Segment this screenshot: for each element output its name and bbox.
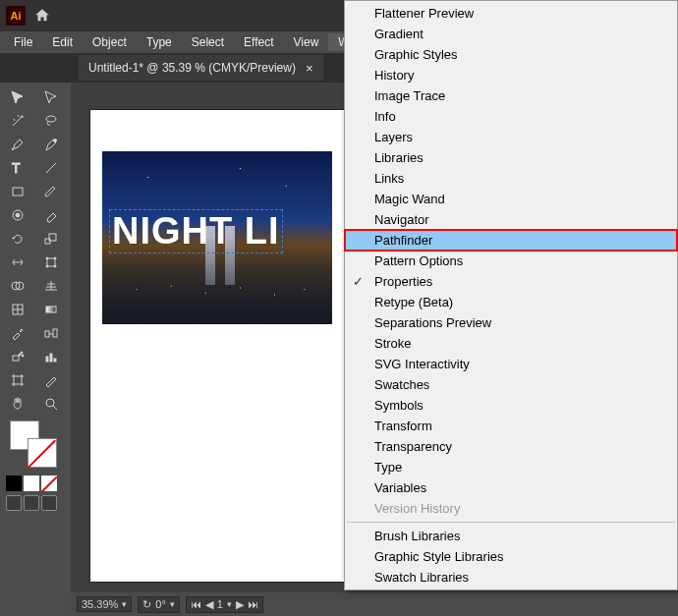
menu-item-navigator[interactable]: Navigator xyxy=(345,209,677,230)
swatch-black[interactable] xyxy=(6,476,22,491)
svg-line-3 xyxy=(46,163,56,173)
chevron-down-icon[interactable]: ▾ xyxy=(122,599,127,609)
menu-item-graphic-styles[interactable]: Graphic Styles xyxy=(345,44,677,65)
menu-item-gradient[interactable]: Gradient xyxy=(345,24,677,44)
direct-selection-tool-icon[interactable] xyxy=(35,86,67,108)
symbol-sprayer-tool-icon[interactable] xyxy=(2,346,33,367)
menu-item-flattener-preview[interactable]: Flattener Preview xyxy=(345,3,677,24)
menu-item-svg-interactivity[interactable]: SVG Interactivity xyxy=(345,354,677,374)
menu-edit[interactable]: Edit xyxy=(42,33,83,51)
menu-item-pathfinder[interactable]: Pathfinder xyxy=(345,230,677,251)
eraser-tool-icon[interactable] xyxy=(35,204,67,226)
scale-tool-icon[interactable] xyxy=(35,228,67,250)
home-icon[interactable] xyxy=(33,7,51,25)
pen-tool-icon[interactable] xyxy=(2,134,33,155)
hand-tool-icon[interactable] xyxy=(2,393,33,415)
magic-wand-tool-icon[interactable] xyxy=(2,110,33,132)
menu-select[interactable]: Select xyxy=(182,33,234,51)
swatch-white[interactable] xyxy=(24,476,39,491)
menu-item-symbols[interactable]: Symbols xyxy=(345,395,677,416)
slice-tool-icon[interactable] xyxy=(35,369,67,391)
menu-item-label: Type xyxy=(374,460,402,475)
menu-item-layers[interactable]: Layers xyxy=(345,127,677,147)
rectangle-tool-icon[interactable] xyxy=(2,181,33,202)
menu-item-history[interactable]: History xyxy=(345,65,677,85)
eyedropper-tool-icon[interactable] xyxy=(2,322,33,344)
draw-normal-icon[interactable] xyxy=(6,495,22,511)
text-object[interactable]: NIGHT LI xyxy=(110,210,282,252)
document-tab-label: Untitled-1* @ 35.39 % (CMYK/Preview) xyxy=(88,61,296,75)
first-icon[interactable]: ⏮ xyxy=(191,598,201,610)
menu-item-label: Layers xyxy=(374,130,413,144)
shape-builder-tool-icon[interactable] xyxy=(2,275,33,297)
last-icon[interactable]: ⏭ xyxy=(248,598,258,610)
perspective-grid-tool-icon[interactable] xyxy=(35,275,67,297)
menu-effect[interactable]: Effect xyxy=(234,33,283,51)
menu-item-links[interactable]: Links xyxy=(345,168,677,189)
menu-item-retype-beta-[interactable]: Retype (Beta) xyxy=(345,292,677,312)
draw-behind-icon[interactable] xyxy=(24,495,39,511)
menu-item-swatches[interactable]: Swatches xyxy=(345,374,677,395)
column-graph-tool-icon[interactable] xyxy=(35,346,67,367)
menu-item-transparency[interactable]: Transparency xyxy=(345,436,677,457)
menu-item-type[interactable]: Type xyxy=(345,457,677,477)
draw-modes xyxy=(0,491,71,515)
menu-item-label: Swatches xyxy=(374,377,429,392)
svg-rect-9 xyxy=(47,258,55,266)
curvature-tool-icon[interactable] xyxy=(35,134,67,155)
menu-item-image-trace[interactable]: Image Trace xyxy=(345,85,677,106)
rotate-tool-icon[interactable] xyxy=(2,228,33,250)
swatch-none[interactable] xyxy=(41,476,57,491)
menu-item-brush-libraries[interactable]: Brush Libraries xyxy=(345,526,677,546)
color-swap[interactable] xyxy=(0,417,71,476)
menu-file[interactable]: File xyxy=(4,33,42,51)
menu-item-libraries[interactable]: Libraries xyxy=(345,147,677,168)
width-tool-icon[interactable] xyxy=(2,252,33,273)
next-icon[interactable]: ▶ xyxy=(236,598,244,611)
artboard-tool-icon[interactable] xyxy=(2,369,33,391)
draw-inside-icon[interactable] xyxy=(41,495,57,511)
menu-item-properties[interactable]: ✓Properties xyxy=(345,271,677,292)
line-tool-icon[interactable] xyxy=(35,157,67,179)
stroke-color-swatch[interactable] xyxy=(28,438,57,468)
paintbrush-tool-icon[interactable] xyxy=(35,181,67,202)
menu-item-label: Pattern Options xyxy=(374,253,463,268)
type-tool-icon[interactable]: T xyxy=(2,157,33,179)
menu-item-graphic-style-libraries[interactable]: Graphic Style Libraries xyxy=(345,546,677,567)
shaper-tool-icon[interactable] xyxy=(2,204,33,226)
menu-object[interactable]: Object xyxy=(83,33,137,51)
svg-line-29 xyxy=(53,406,57,410)
menu-item-transform[interactable]: Transform xyxy=(345,416,677,436)
menu-view[interactable]: View xyxy=(284,33,329,51)
chevron-down-icon[interactable]: ▾ xyxy=(170,599,175,609)
artboard-nav[interactable]: ⏮◀1▾▶⏭ xyxy=(186,596,263,613)
zoom-field[interactable]: 35.39%▾ xyxy=(77,596,132,612)
prev-icon[interactable]: ◀ xyxy=(205,598,213,611)
svg-rect-20 xyxy=(13,356,19,361)
menu-item-magic-wand[interactable]: Magic Wand xyxy=(345,189,677,209)
document-tab[interactable]: Untitled-1* @ 35.39 % (CMYK/Preview) × xyxy=(79,55,323,81)
menu-item-info[interactable]: Info xyxy=(345,106,677,127)
mesh-tool-icon[interactable] xyxy=(2,299,33,320)
free-transform-tool-icon[interactable] xyxy=(35,252,67,273)
menu-type[interactable]: Type xyxy=(137,33,182,51)
zoom-tool-icon[interactable] xyxy=(35,393,67,415)
menu-item-variables[interactable]: Variables xyxy=(345,477,677,498)
svg-point-11 xyxy=(54,257,56,259)
rotate-field[interactable]: ↻0°▾ xyxy=(138,596,180,613)
menu-item-label: Brush Libraries xyxy=(374,529,460,543)
menu-item-label: Swatch Libraries xyxy=(374,570,469,585)
menu-item-stroke[interactable]: Stroke xyxy=(345,333,677,354)
svg-rect-27 xyxy=(14,376,22,384)
blend-tool-icon[interactable] xyxy=(35,322,67,344)
close-icon[interactable]: × xyxy=(306,61,313,76)
menu-item-separations-preview[interactable]: Separations Preview xyxy=(345,312,677,333)
lasso-tool-icon[interactable] xyxy=(35,110,67,132)
gradient-tool-icon[interactable] xyxy=(35,299,67,320)
artboard[interactable]: NIGHT LI xyxy=(90,110,348,582)
menu-item-swatch-libraries[interactable]: Swatch Libraries xyxy=(345,567,677,588)
placed-image[interactable]: NIGHT LI xyxy=(102,151,332,324)
chevron-down-icon[interactable]: ▾ xyxy=(227,599,232,609)
menu-item-pattern-options[interactable]: Pattern Options xyxy=(345,251,677,271)
selection-tool-icon[interactable] xyxy=(2,86,33,108)
